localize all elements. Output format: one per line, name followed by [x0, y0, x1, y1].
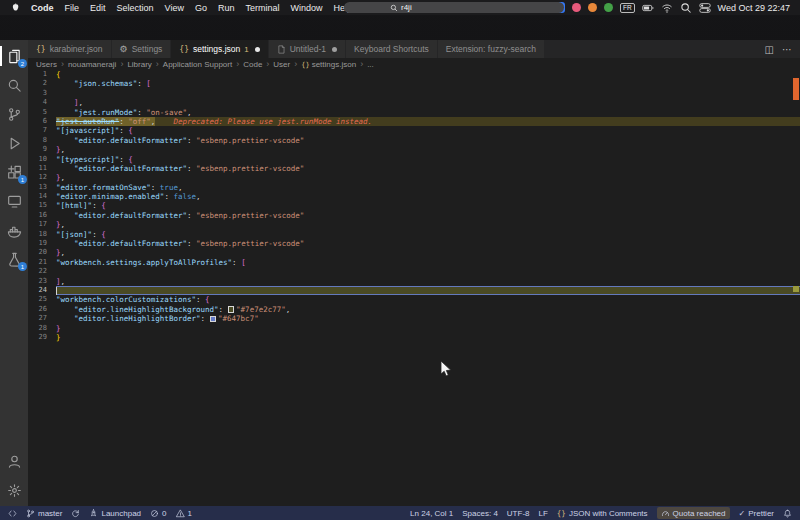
color-swatch[interactable] [210, 316, 217, 323]
activity-search[interactable] [4, 75, 24, 95]
menubar-search-text: r4ji [401, 3, 412, 12]
code-line-13[interactable]: 13"editor.formatOnSave": true, [28, 183, 800, 192]
code-line-25[interactable]: 25"workbench.colorCustomizations": { [28, 295, 800, 304]
status-branch[interactable]: master [26, 509, 62, 518]
status-cursor-position[interactable]: Ln 24, Col 1 [410, 509, 453, 518]
status-warnings[interactable]: 1 [176, 509, 192, 518]
code-line-14[interactable]: 14"editor.minimap.enabled": false, [28, 192, 800, 201]
line-content: { [56, 70, 800, 79]
activity-remote-explorer[interactable] [4, 191, 24, 211]
code-line-27[interactable]: 27 "editor.lineHighlightBorder": "#647bc… [28, 314, 800, 323]
activity-extensions[interactable]: 1 [4, 162, 24, 182]
menu-edit[interactable]: Edit [90, 3, 106, 13]
code-line-19[interactable]: 19 "editor.defaultFormatter": "esbenp.pr… [28, 239, 800, 248]
status-indentation[interactable]: Spaces: 4 [462, 509, 498, 518]
menubar-clock[interactable]: Wed Oct 29 22:47 [718, 3, 790, 13]
breadcrumb-item-users[interactable]: Users [36, 60, 57, 69]
battery-icon[interactable] [642, 2, 654, 14]
activity-source-control[interactable] [4, 104, 24, 124]
activity-settings[interactable] [4, 480, 24, 500]
code-line-8[interactable]: 8 "editor.defaultFormatter": "esbenp.pre… [28, 136, 800, 145]
menubar-status-icons: 5 FR Wed Oct 29 22:47 [535, 2, 790, 14]
input-source-badge[interactable]: FR [620, 3, 635, 13]
status-dot-green-icon[interactable] [604, 3, 613, 12]
tab-keyboard-shortcuts[interactable]: Keyboard Shortcuts [346, 40, 438, 58]
color-swatch[interactable] [228, 306, 235, 313]
wifi-icon[interactable] [661, 2, 673, 14]
status-remote[interactable] [8, 509, 17, 518]
apple-menu-icon[interactable] [10, 2, 20, 13]
code-line-18[interactable]: 18"[json]": { [28, 230, 800, 239]
menu-file[interactable]: File [65, 3, 80, 13]
code-line-5[interactable]: 5 "jest.runMode": "on-save", [28, 108, 800, 117]
status-language-mode[interactable]: {}JSON with Comments [557, 509, 648, 518]
code-line-1[interactable]: 1{ [28, 70, 800, 79]
code-line-12[interactable]: 12}, [28, 173, 800, 182]
line-content: "jest.runMode": "on-save", [56, 108, 800, 117]
menu-view[interactable]: View [165, 3, 184, 13]
code-line-26[interactable]: 26 "editor.lineHighlightBackground": "#7… [28, 305, 800, 314]
status-eol[interactable]: LF [539, 509, 548, 518]
status-formatter[interactable]: ✓Prettier [739, 509, 775, 518]
code-line-21[interactable]: 21"workbench.settings.applyToAllProfiles… [28, 258, 800, 267]
status-dot-pink-icon[interactable] [572, 3, 581, 12]
menu-code[interactable]: Code [31, 3, 54, 13]
status-sync[interactable] [71, 509, 80, 518]
code-line-24[interactable]: 24 [28, 286, 800, 295]
menu-window[interactable]: Window [290, 3, 322, 13]
code-line-7[interactable]: 7"[javascript]": { [28, 126, 800, 135]
menu-terminal[interactable]: Terminal [245, 3, 279, 13]
menu-go[interactable]: Go [195, 3, 207, 13]
tab-karabiner-json[interactable]: {}karabiner.json [28, 40, 112, 58]
menu-run[interactable]: Run [218, 3, 235, 13]
code-line-15[interactable]: 15"[html]": { [28, 201, 800, 210]
spotlight-icon[interactable] [680, 2, 692, 14]
status-errors[interactable]: 0 [150, 509, 166, 518]
breadcrumb-item-user[interactable]: User [273, 60, 290, 69]
breadcrumb-item-code[interactable]: Code [243, 60, 262, 69]
menubar-search[interactable]: r4ji [344, 2, 564, 13]
code-line-10[interactable]: 10"[typescript]": { [28, 155, 800, 164]
activity-testing[interactable]: 1 [4, 249, 24, 269]
breadcrumb-item-application-support[interactable]: Application Support [163, 60, 232, 69]
code-line-2[interactable]: 2 "json.schemas": [ [28, 79, 800, 88]
code-token: { [56, 70, 61, 79]
activity-run-debug[interactable] [4, 133, 24, 153]
status-launchpad[interactable]: Launchpad [89, 509, 141, 518]
code-line-11[interactable]: 11 "editor.defaultFormatter": "esbenp.pr… [28, 164, 800, 173]
breadcrumb-separator: › [236, 59, 239, 69]
status-quota[interactable]: Quota reached [657, 507, 730, 519]
code-line-22[interactable]: 22 [28, 267, 800, 276]
status-notifications[interactable] [783, 509, 792, 518]
split-editor-icon[interactable]: ◫ [765, 44, 774, 55]
code-line-3[interactable]: 3 [28, 89, 800, 98]
code-line-29[interactable]: 29} [28, 333, 800, 342]
tab-settings-json[interactable]: {}settings.json1 [171, 40, 268, 58]
code-line-20[interactable]: 20}, [28, 248, 800, 257]
status-encoding[interactable]: UTF-8 [507, 509, 530, 518]
activity-account[interactable] [4, 451, 24, 471]
tab-extension-fuzzy-search[interactable]: Extension: fuzzy-search [438, 40, 545, 58]
code-line-9[interactable]: 9}, [28, 145, 800, 154]
tab-untitled-1[interactable]: Untitled-1 [269, 40, 346, 58]
breadcrumb-item-[interactable]: ... [367, 60, 374, 69]
control-center-icon[interactable] [699, 2, 711, 14]
breadcrumb-item-settings-json[interactable]: {}settings.json [301, 60, 356, 69]
editor[interactable]: 1{2 "json.schemas": [34 ],5 "jest.runMod… [28, 70, 800, 506]
badge: 1 [18, 262, 27, 271]
code-line-28[interactable]: 28} [28, 324, 800, 333]
status-dot-orange-icon[interactable] [588, 3, 597, 12]
code-line-17[interactable]: 17}, [28, 220, 800, 229]
activity-explorer[interactable]: 2 [4, 46, 24, 66]
tab-settings[interactable]: ⚙Settings [112, 40, 172, 58]
code-line-6[interactable]: 6"jest.autoRun": "off", Deprecated: Plea… [28, 117, 800, 126]
activity-docker[interactable] [4, 220, 24, 240]
code-line-23[interactable]: 23], [28, 277, 800, 286]
code-line-4[interactable]: 4 ], [28, 98, 800, 107]
breadcrumb-item-library[interactable]: Library [127, 60, 151, 69]
menu-selection[interactable]: Selection [117, 3, 154, 13]
breadcrumb-item-nouamaneraji[interactable]: nouamaneraji [68, 60, 116, 69]
overview-ruler[interactable] [792, 70, 800, 506]
code-line-16[interactable]: 16 "editor.defaultFormatter": "esbenp.pr… [28, 211, 800, 220]
more-actions-icon[interactable]: ⋯ [782, 44, 792, 55]
